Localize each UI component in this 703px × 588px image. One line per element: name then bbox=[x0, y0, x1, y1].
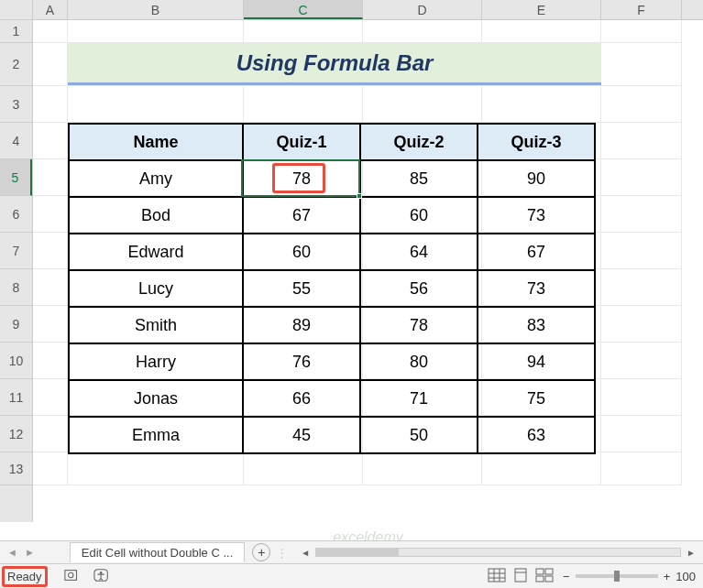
macro-record-icon[interactable] bbox=[64, 568, 81, 585]
scroll-right-icon[interactable]: ► bbox=[687, 548, 696, 558]
row-header-2[interactable]: 2 bbox=[0, 43, 32, 86]
table-cell[interactable]: Jonas bbox=[69, 380, 243, 417]
table-cell[interactable]: 67 bbox=[243, 197, 360, 234]
status-mode: Ready bbox=[2, 566, 48, 587]
row-header-10[interactable]: 10 bbox=[0, 343, 32, 379]
table-cell[interactable]: 73 bbox=[478, 270, 595, 307]
table-header-name[interactable]: Name bbox=[69, 124, 243, 160]
scroll-thumb[interactable] bbox=[316, 549, 399, 556]
table-cell[interactable]: 89 bbox=[243, 307, 360, 343]
add-sheet-button[interactable]: + bbox=[252, 543, 270, 561]
normal-view-icon[interactable] bbox=[488, 568, 506, 585]
row-header-8[interactable]: 8 bbox=[0, 269, 32, 306]
row-header-3[interactable]: 3 bbox=[0, 86, 32, 123]
merged-title-cell[interactable]: Using Formula Bar bbox=[68, 43, 601, 85]
row-header-6[interactable]: 6 bbox=[0, 196, 32, 233]
table-cell[interactable]: 90 bbox=[478, 160, 595, 197]
svg-rect-11 bbox=[536, 569, 544, 574]
col-header-A[interactable]: A bbox=[33, 0, 68, 19]
zoom-slider[interactable] bbox=[576, 574, 658, 578]
table-cell[interactable]: Lucy bbox=[69, 270, 243, 307]
table-cell[interactable]: Smith bbox=[69, 307, 243, 343]
svg-rect-14 bbox=[545, 576, 553, 582]
table-cell[interactable]: 73 bbox=[478, 197, 595, 234]
table-cell[interactable]: 45 bbox=[243, 417, 360, 453]
col-header-F[interactable]: F bbox=[601, 0, 682, 19]
zoom-out-button[interactable]: − bbox=[563, 570, 570, 583]
table-cell[interactable]: 76 bbox=[243, 343, 360, 380]
table-cell[interactable]: Edward bbox=[69, 234, 243, 270]
zoom-in-button[interactable]: + bbox=[664, 570, 671, 583]
col-header-C[interactable]: C bbox=[244, 0, 363, 19]
row-header-7[interactable]: 7 bbox=[0, 233, 32, 269]
table-cell[interactable]: 83 bbox=[478, 307, 595, 343]
table-header-quiz3[interactable]: Quiz-3 bbox=[478, 124, 595, 160]
svg-rect-9 bbox=[515, 569, 526, 582]
svg-rect-12 bbox=[545, 569, 553, 574]
table-header-quiz2[interactable]: Quiz-2 bbox=[360, 124, 478, 160]
table-cell[interactable]: 63 bbox=[478, 417, 595, 453]
col-header-D[interactable]: D bbox=[363, 0, 482, 19]
col-header-B[interactable]: B bbox=[68, 0, 244, 19]
page-layout-view-icon[interactable] bbox=[511, 568, 530, 585]
cell-grid[interactable]: Using Formula Bar Name Quiz-1 Quiz-2 Qui… bbox=[33, 20, 703, 522]
table-cell[interactable]: Bod bbox=[69, 197, 243, 234]
table-header-quiz1[interactable]: Quiz-1 bbox=[243, 124, 360, 160]
table-cell[interactable]: 55 bbox=[243, 270, 360, 307]
row-header-11[interactable]: 11 bbox=[0, 379, 32, 416]
status-bar: Ready − + 100 bbox=[0, 563, 703, 588]
row-header-13[interactable]: 13 bbox=[0, 452, 32, 485]
table-cell[interactable]: 50 bbox=[360, 417, 478, 453]
svg-rect-13 bbox=[536, 576, 544, 582]
data-table: Name Quiz-1 Quiz-2 Quiz-3 Amy788590Bod67… bbox=[68, 123, 596, 454]
svg-point-3 bbox=[99, 571, 102, 573]
table-cell[interactable]: 94 bbox=[478, 343, 595, 380]
tab-prev-icon[interactable]: ◄ bbox=[7, 547, 17, 558]
row-header-col: 12345678910111213 bbox=[0, 20, 33, 522]
table-cell[interactable]: 60 bbox=[243, 234, 360, 270]
svg-point-1 bbox=[68, 572, 72, 577]
table-cell[interactable]: 78 bbox=[243, 160, 360, 197]
accessibility-icon[interactable] bbox=[93, 568, 110, 585]
select-all-corner[interactable] bbox=[0, 0, 33, 19]
row-header-5[interactable]: 5 bbox=[0, 159, 32, 196]
table-cell[interactable]: 56 bbox=[360, 270, 478, 307]
sheet-tab-bar: ◄ ► Edit Cell without Double C ... + ⋮ ◄… bbox=[0, 540, 703, 563]
svg-rect-4 bbox=[489, 569, 505, 582]
row-header-1[interactable]: 1 bbox=[0, 20, 32, 43]
table-cell[interactable]: 67 bbox=[478, 234, 595, 270]
row-header-12[interactable]: 12 bbox=[0, 416, 32, 452]
row-header-4[interactable]: 4 bbox=[0, 123, 32, 159]
table-cell[interactable]: 64 bbox=[360, 234, 478, 270]
tab-next-icon[interactable]: ► bbox=[25, 547, 35, 558]
row-header-9[interactable]: 9 bbox=[0, 306, 32, 343]
table-cell[interactable]: 78 bbox=[360, 307, 478, 343]
table-cell[interactable]: Harry bbox=[69, 343, 243, 380]
table-cell[interactable]: Amy bbox=[69, 160, 243, 197]
table-cell[interactable]: 85 bbox=[360, 160, 478, 197]
table-cell[interactable]: Emma bbox=[69, 417, 243, 453]
zoom-level[interactable]: 100 bbox=[676, 570, 696, 583]
table-cell[interactable]: 80 bbox=[360, 343, 478, 380]
table-cell[interactable]: 75 bbox=[478, 380, 595, 417]
scroll-left-icon[interactable]: ◄ bbox=[301, 548, 310, 558]
table-cell[interactable]: 71 bbox=[360, 380, 478, 417]
svg-rect-0 bbox=[64, 570, 76, 580]
horizontal-scrollbar[interactable]: ◄ ► bbox=[293, 548, 703, 558]
table-cell[interactable]: 66 bbox=[243, 380, 360, 417]
column-header-row: A B C D E F bbox=[0, 0, 703, 20]
sheet-tab[interactable]: Edit Cell without Double C ... bbox=[70, 542, 245, 562]
page-break-view-icon[interactable] bbox=[535, 568, 554, 585]
table-cell[interactable]: 60 bbox=[360, 197, 478, 234]
col-header-E[interactable]: E bbox=[482, 0, 601, 19]
